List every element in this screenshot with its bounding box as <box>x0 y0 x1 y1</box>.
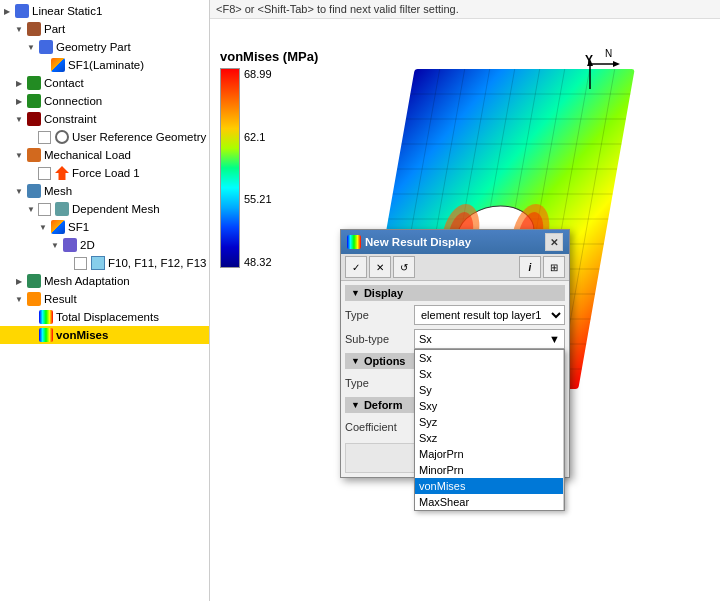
scale-bar <box>220 68 240 268</box>
tree-label-contact: Contact <box>44 77 84 89</box>
tree-icon-dep-mesh <box>54 201 70 217</box>
options-type-label: Type <box>345 377 410 389</box>
dropdown-item-Sx2[interactable]: Sx <box>415 366 563 382</box>
tree-label-force-load: Force Load 1 <box>72 167 140 179</box>
main-container: ▶Linear Static1▼Part▼Geometry PartSF1(La… <box>0 0 720 601</box>
tree-arrow-part: ▼ <box>14 24 24 34</box>
tree-item-dep-mesh[interactable]: ▼Dependent Mesh <box>0 200 209 218</box>
scale-label-value: 68.99 <box>244 68 272 80</box>
tree-arrow-connection: ▶ <box>14 96 24 106</box>
tree-item-force-load[interactable]: Force Load 1 <box>0 164 209 182</box>
tree-spacer-user-ref <box>26 132 36 142</box>
dialog-reset-btn[interactable]: ↺ <box>393 256 415 278</box>
tree-item-constraint[interactable]: ▼Constraint <box>0 110 209 128</box>
tree-checkbox-faces[interactable] <box>74 257 87 270</box>
subtype-dropdown-container: Sx ▼ SxSxSySxySyzSxzMajorPrnMinorPrnvonM… <box>414 329 565 349</box>
tree-item-part[interactable]: ▼Part <box>0 20 209 38</box>
dropdown-item-Syz[interactable]: Syz <box>415 414 563 430</box>
tree-label-geometry: Geometry Part <box>56 41 131 53</box>
n-label: N <box>605 48 612 59</box>
tree-icon-user-ref <box>54 129 70 145</box>
scale-label-value: 55.21 <box>244 193 272 205</box>
dropdown-item-MajorPrn[interactable]: MajorPrn <box>415 446 563 462</box>
deform-arrow: ▼ <box>351 400 360 410</box>
tree-item-result[interactable]: ▼Result <box>0 290 209 308</box>
tree-item-mesh-adapt[interactable]: ▶Mesh Adaptation <box>0 272 209 290</box>
tree-arrow-mesh-adapt: ▶ <box>14 276 24 286</box>
dialog-info-btn[interactable]: i <box>519 256 541 278</box>
tree-label-part: Part <box>44 23 65 35</box>
deform-label: Deform <box>364 399 403 411</box>
subtype-value-text: Sx <box>419 333 432 345</box>
viewport-panel: <F8> or <Shift-Tab> to find next valid f… <box>210 0 720 601</box>
tree-icon-mesh-adapt <box>26 273 42 289</box>
tree-icon-mech-load <box>26 147 42 163</box>
type-select[interactable]: element result top layer1 <box>414 305 565 325</box>
tree-label-connection: Connection <box>44 95 102 107</box>
dropdown-item-Sy[interactable]: Sy <box>415 382 563 398</box>
tree-checkbox-user-ref[interactable] <box>38 131 51 144</box>
dropdown-item-MinorPrn[interactable]: MinorPrn <box>415 462 563 478</box>
tree-item-contact[interactable]: ▶Contact <box>0 74 209 92</box>
tree-item-total-disp[interactable]: Total Displacements <box>0 308 209 326</box>
subtype-dropdown-arrow: ▼ <box>549 333 560 345</box>
tree-item-sf1-mesh[interactable]: ▼SF1 <box>0 218 209 236</box>
dropdown-item-Sxy[interactable]: Sxy <box>415 398 563 414</box>
dialog-cancel-btn[interactable]: ✕ <box>369 256 391 278</box>
dialog-expand-btn[interactable]: ⊞ <box>543 256 565 278</box>
tree-arrow-geometry: ▼ <box>26 42 36 52</box>
tree-icon-geometry <box>38 39 54 55</box>
tree-arrow-constraint: ▼ <box>14 114 24 124</box>
subtype-row: Sub-type Sx ▼ SxSxSySxySyzSxzMajorPrnMin… <box>345 329 565 349</box>
tree-arrow-contact: ▶ <box>14 78 24 88</box>
dropdown-item-Sxz[interactable]: Sxz <box>415 430 563 446</box>
viewport: vonMises (MPa) 68.9962.155.2148.32 <box>210 19 720 601</box>
tree-item-sf1[interactable]: SF1(Laminate) <box>0 56 209 74</box>
type-row: Type element result top layer1 <box>345 305 565 325</box>
display-section-header[interactable]: ▼ Display <box>345 285 565 301</box>
tree-item-connection[interactable]: ▶Connection <box>0 92 209 110</box>
tree-item-vonmises[interactable]: vonMises <box>0 326 209 344</box>
dialog-titlebar: New Result Display ✕ <box>341 230 569 254</box>
scale-label-value: 62.1 <box>244 131 272 143</box>
scale-title: vonMises (MPa) <box>220 49 318 64</box>
dialog-title-text: New Result Display <box>365 236 471 248</box>
tree-icon-sf1 <box>50 57 66 73</box>
tree-label-mesh: Mesh <box>44 185 72 197</box>
tree-arrow-result: ▼ <box>14 294 24 304</box>
dropdown-item-vonMises[interactable]: vonMises <box>415 478 563 494</box>
dialog-close-btn[interactable]: ✕ <box>545 233 563 251</box>
dialog-ok-btn[interactable]: ✓ <box>345 256 367 278</box>
options-label: Options <box>364 355 406 367</box>
tree-label-mech-load: Mechanical Load <box>44 149 131 161</box>
dropdown-scroll[interactable]: SxSxSySxySyzSxzMajorPrnMinorPrnvonMisesM… <box>415 350 564 510</box>
tree-spacer-faces <box>62 258 72 268</box>
tree-item-user-ref[interactable]: User Reference Geometry 1 <box>0 128 209 146</box>
tree-label-linear-static: Linear Static1 <box>32 5 102 17</box>
display-label: Display <box>364 287 403 299</box>
tree-item-2d[interactable]: ▼2D <box>0 236 209 254</box>
svg-marker-29 <box>613 61 620 67</box>
options-arrow: ▼ <box>351 356 360 366</box>
tree-icon-connection <box>26 93 42 109</box>
tree-item-faces[interactable]: F10, F11, F12, F13 <box>0 254 209 272</box>
new-result-dialog: New Result Display ✕ ✓ ✕ ↺ i ⊞ <box>340 229 570 478</box>
dialog-body: ▼ Display Type element result top layer1… <box>341 281 569 477</box>
scale-bar-container: 68.9962.155.2148.32 <box>220 68 318 268</box>
subtype-value[interactable]: Sx ▼ <box>414 329 565 349</box>
tree-icon-contact <box>26 75 42 91</box>
tree-item-geometry[interactable]: ▼Geometry Part <box>0 38 209 56</box>
tree-item-mech-load[interactable]: ▼Mechanical Load <box>0 146 209 164</box>
tree-arrow-2d: ▼ <box>50 240 60 250</box>
dropdown-item-MaxShear[interactable]: MaxShear <box>415 494 563 510</box>
tree-checkbox-dep-mesh[interactable] <box>38 203 51 216</box>
tree-item-mesh[interactable]: ▼Mesh <box>0 182 209 200</box>
dropdown-item-Sx[interactable]: Sx <box>415 350 563 366</box>
tree-checkbox-force-load[interactable] <box>38 167 51 180</box>
tree-arrow-mech-load: ▼ <box>14 150 24 160</box>
tree-arrow-dep-mesh: ▼ <box>26 204 36 214</box>
tree-label-sf1: SF1(Laminate) <box>68 59 144 71</box>
tree-item-linear-static[interactable]: ▶Linear Static1 <box>0 2 209 20</box>
dialog-toolbar: ✓ ✕ ↺ i ⊞ <box>341 254 569 281</box>
tree-icon-mesh <box>26 183 42 199</box>
